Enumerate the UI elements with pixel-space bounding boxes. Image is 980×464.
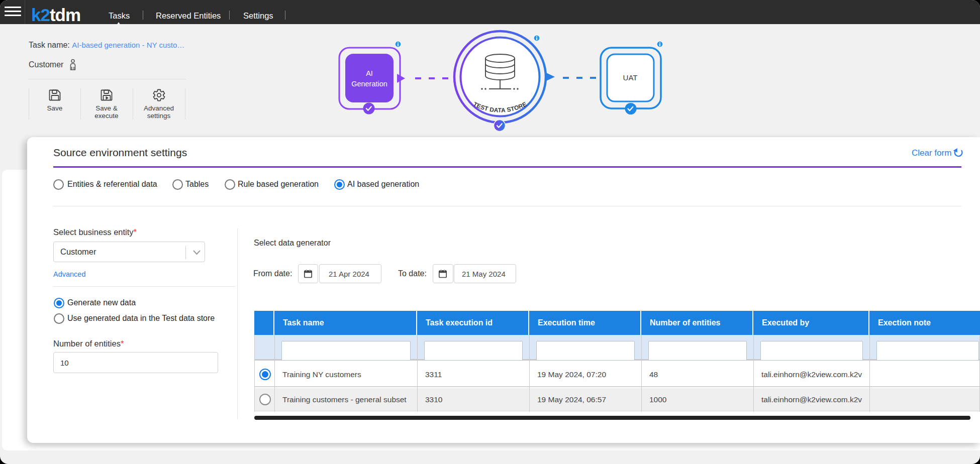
svg-text:AI: AI [366,69,373,77]
svg-text:UAT: UAT [623,73,638,82]
svg-text:Generation: Generation [351,80,387,88]
